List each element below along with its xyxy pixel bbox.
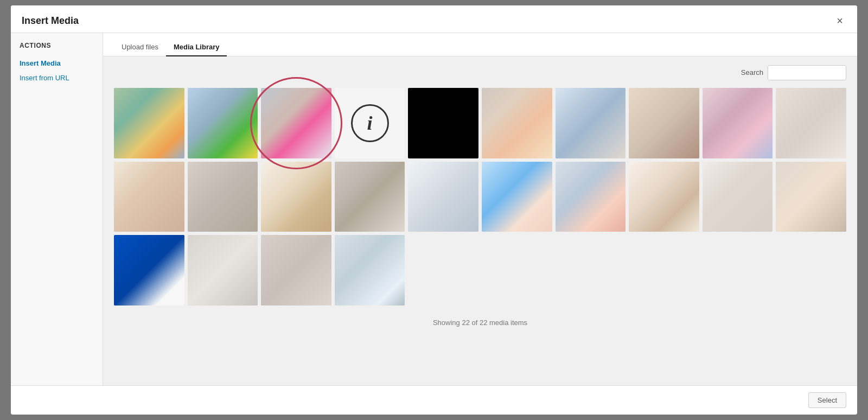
main-content: Upload files Media Library Search [103,33,857,385]
media-grid: i [114,88,846,306]
sidebar: Actions Insert Media Insert from URL [11,33,103,385]
sidebar-item-insert-media[interactable]: Insert Media [11,56,103,71]
media-item-r2-1[interactable] [188,235,258,306]
media-item-r1-0[interactable] [114,162,184,232]
modal-header: Insert Media × [11,5,857,33]
info-icon: i [351,104,389,142]
media-count: Showing 22 of 22 media items [114,314,846,335]
modal-footer: Select [11,385,857,415]
media-item-r0-5[interactable] [482,88,552,158]
media-item-r1-8[interactable] [703,162,773,232]
insert-media-modal: Insert Media × Actions Insert Media Inse… [11,5,857,415]
media-item-r1-1[interactable] [188,162,258,232]
media-item-r1-2[interactable] [261,162,331,232]
media-item-r1-4[interactable] [408,162,478,232]
media-item-r0-6[interactable] [556,88,626,158]
media-item-r0-2[interactable] [261,88,331,158]
select-button[interactable]: Select [808,392,846,408]
close-button[interactable]: × [833,14,846,27]
tabs-bar: Upload files Media Library [103,33,857,56]
search-input[interactable] [768,65,846,80]
media-item-r2-0[interactable] [114,235,184,306]
tab-media-library[interactable]: Media Library [166,39,227,56]
media-item-r0-1[interactable] [188,88,258,158]
media-item-r1-6[interactable] [556,162,626,232]
media-item-r0-0[interactable] [114,88,184,158]
media-item-r0-3[interactable]: i [335,88,405,158]
media-item-r1-5[interactable] [482,162,552,232]
modal-title: Insert Media [22,15,79,27]
search-row: Search [114,65,846,80]
modal-body: Actions Insert Media Insert from URL Upl… [11,33,857,385]
media-item-r1-9[interactable] [776,162,846,232]
sidebar-link-insert-from-url[interactable]: Insert from URL [11,71,103,85]
media-item-r1-7[interactable] [629,162,699,232]
search-label: Search [741,65,763,80]
media-item-r0-4[interactable] [408,88,478,158]
media-item-r0-8[interactable] [703,88,773,158]
content-area: Search [103,56,857,385]
media-item-r1-3[interactable] [335,162,405,232]
media-item-r0-7[interactable] [629,88,699,158]
modal-overlay: Insert Media × Actions Insert Media Inse… [0,0,868,420]
media-item-r2-3[interactable] [335,235,405,306]
media-item-r0-9[interactable] [776,88,846,158]
tab-upload-files[interactable]: Upload files [114,39,166,56]
sidebar-section-label: Actions [11,42,103,56]
media-item-r2-2[interactable] [261,235,331,306]
